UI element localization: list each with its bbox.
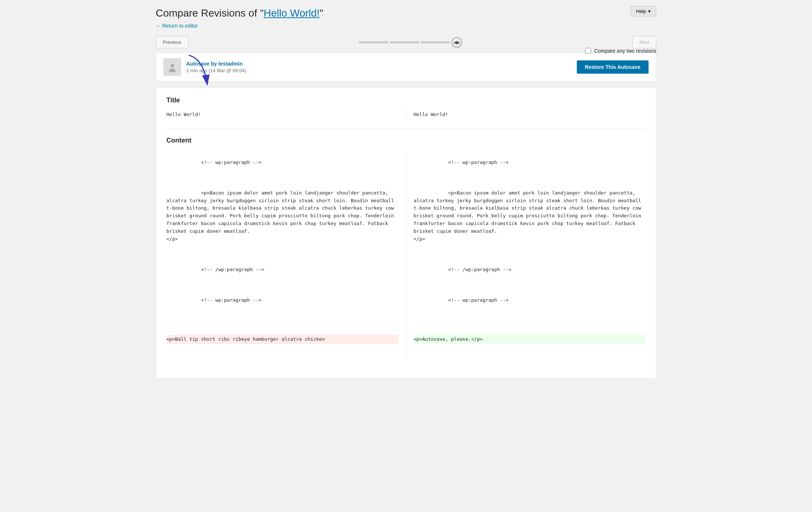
restore-autosave-button[interactable]: Restore This Autosave (577, 60, 649, 74)
left-deleted-content: <p>Ball tip short ribs ribeye hamburger … (166, 335, 399, 344)
slider-thumb[interactable]: ◀▶ (452, 37, 462, 48)
revision-author: testadmin (218, 61, 243, 67)
content-right-block-5: <p>Autosave, please.</p> (414, 319, 646, 359)
revision-timestamp: 1 min ago (14 Mar @ 09:04) (186, 68, 246, 73)
right-added-content: <p>Autosave, please.</p> (414, 335, 646, 344)
right-comment-close: <!-- /wp:paragraph --> (448, 267, 511, 272)
autosave-prefix: Autosave by (186, 61, 218, 67)
content-left-block-4: <!-- wp:paragraph --> (166, 289, 399, 312)
left-comment-open-2: <!-- wp:paragraph --> (201, 297, 261, 303)
post-title-link[interactable]: Hello World! (264, 7, 319, 19)
diff-title-section: Title Hello World! Hello World! (166, 97, 646, 119)
revision-nav-row: Previous ◀▶ Next (156, 36, 656, 48)
help-label: Help (636, 8, 646, 14)
content-right-block-4: <!-- wp:paragraph --> (414, 289, 646, 312)
autosave-label: Autosave by testadmin (186, 61, 246, 67)
right-comment-open: <!-- wp:paragraph --> (448, 159, 508, 165)
time-ago: 1 min ago (186, 68, 207, 73)
revision-slider[interactable]: ◀▶ (188, 37, 633, 48)
avatar (163, 58, 181, 76)
title-right-value: Hello World! (414, 112, 448, 117)
revision-bar: Autosave by testadmin 1 min ago (14 Mar … (156, 53, 656, 81)
revision-date: (14 Mar @ 09:04) (209, 68, 246, 73)
content-section-heading: Content (166, 137, 646, 144)
title-left-col: Hello World! (166, 111, 406, 119)
compare-revisions-row: Compare any two revisions (585, 48, 656, 54)
slider-segment (359, 41, 388, 43)
diff-content-section: Content <!-- wp:paragraph --> <p>Bacon i… (166, 137, 646, 360)
compare-revisions-label: Compare any two revisions (594, 48, 656, 54)
content-left-block-3: <!-- /wp:paragraph --> (166, 258, 399, 281)
title-section-heading: Title (166, 97, 646, 104)
revision-meta: Autosave by testadmin 1 min ago (14 Mar … (186, 61, 246, 73)
next-button[interactable]: Next (632, 36, 656, 48)
content-right-block-3: <!-- /wp:paragraph --> (414, 258, 646, 281)
right-comment-open-2: <!-- wp:paragraph --> (448, 297, 508, 303)
revision-info-left: Autosave by testadmin 1 min ago (14 Mar … (163, 58, 246, 76)
previous-button[interactable]: Previous (156, 36, 188, 48)
title-diff-columns: Hello World! Hello World! (166, 111, 646, 119)
svg-point-2 (170, 64, 174, 67)
content-left-block-1: <!-- wp:paragraph --> (166, 151, 399, 174)
page-title: Compare Revisions of "Hello World!" (156, 7, 656, 19)
right-paragraph-1: <p>Bacon ipsum dolor amet pork loin land… (414, 190, 644, 242)
title-left-value: Hello World! (166, 112, 201, 117)
title-prefix: Compare Revisions of " (156, 7, 264, 19)
content-diff-columns: <!-- wp:paragraph --> <p>Bacon ipsum dol… (166, 151, 646, 360)
left-comment-close: <!-- /wp:paragraph --> (201, 267, 264, 272)
return-to-editor-link[interactable]: ← Return to editor (156, 23, 198, 29)
slider-track (359, 41, 450, 43)
slider-segment (421, 41, 450, 43)
left-paragraph-1: <p>Bacon ipsum dolor amet pork loin land… (166, 190, 397, 242)
left-comment-open: <!-- wp:paragraph --> (201, 159, 261, 165)
diff-area: Title Hello World! Hello World! Content … (156, 87, 656, 379)
title-suffix: " (319, 7, 323, 19)
help-button[interactable]: Help ▾ (631, 6, 656, 17)
content-left-col: <!-- wp:paragraph --> <p>Bacon ipsum dol… (166, 151, 406, 360)
content-right-block-2: <p>Bacon ipsum dolor amet pork loin land… (414, 182, 646, 250)
slider-segment (390, 41, 419, 43)
title-right-col: Hello World! (406, 111, 646, 119)
content-left-block-5: <p>Ball tip short ribs ribeye hamburger … (166, 319, 399, 359)
content-left-block-2: <p>Bacon ipsum dolor amet pork loin land… (166, 182, 399, 250)
content-right-block-1: <!-- wp:paragraph --> (414, 151, 646, 174)
help-chevron-icon: ▾ (648, 8, 651, 14)
compare-revisions-checkbox[interactable] (585, 48, 591, 54)
section-divider (166, 129, 646, 129)
content-right-col: <!-- wp:paragraph --> <p>Bacon ipsum dol… (406, 151, 646, 360)
